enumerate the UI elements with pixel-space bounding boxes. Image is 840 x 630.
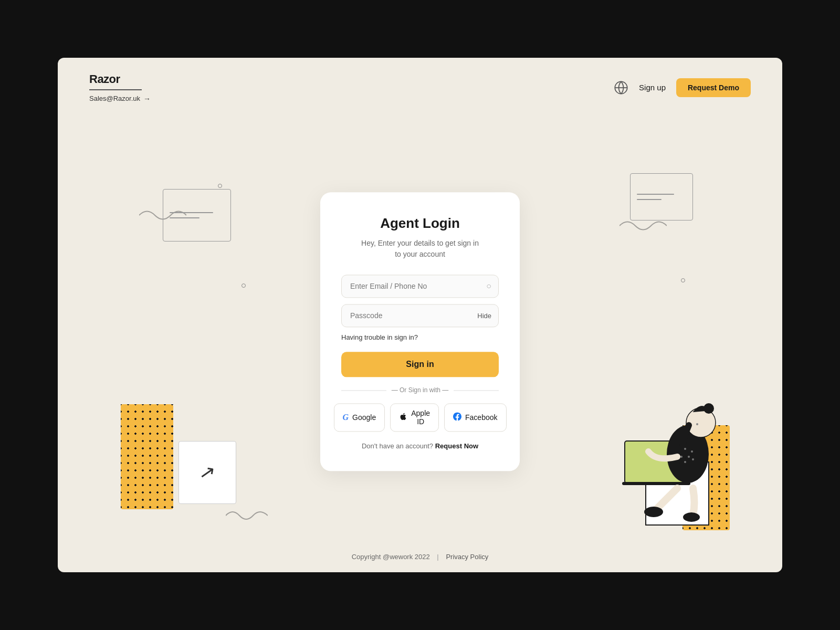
svg-point-8: [644, 507, 663, 517]
circle-deco-3: [681, 278, 685, 282]
circle-deco-2: [242, 284, 246, 288]
divider-text: — Or Sign in with —: [392, 386, 449, 394]
apple-icon: [399, 412, 407, 423]
sales-link[interactable]: Sales@Razor.uk →: [89, 94, 151, 103]
logo-divider: [89, 89, 142, 90]
register-link[interactable]: Request Now: [435, 442, 478, 450]
person-illustration: [604, 352, 751, 530]
trouble-link[interactable]: Having trouble in sign in?: [341, 333, 499, 341]
footer: Copyright @wework 2022 | Privacy Policy: [58, 553, 782, 561]
email-input[interactable]: [341, 275, 499, 298]
facebook-icon: [453, 412, 461, 423]
logo-area: Razor Sales@Razor.uk →: [89, 72, 151, 103]
svg-point-4: [667, 425, 709, 483]
sales-email: Sales@Razor.uk: [89, 94, 140, 102]
svg-point-5: [686, 408, 716, 437]
login-card: Agent Login Hey, Enter your details to g…: [320, 192, 520, 471]
facebook-label: Facebook: [465, 413, 497, 422]
svg-point-9: [683, 512, 700, 522]
svg-point-10: [684, 448, 686, 450]
squiggle-bottom-left: [226, 506, 268, 525]
social-buttons: G Google Apple ID Facebook: [341, 403, 499, 432]
sales-arrow-icon: →: [143, 94, 151, 103]
passcode-input-wrapper: Hide: [341, 304, 499, 327]
privacy-policy-link[interactable]: Privacy Policy: [446, 553, 488, 561]
footer-divider: |: [437, 553, 438, 561]
svg-point-15: [692, 458, 694, 460]
svg-rect-2: [625, 441, 688, 483]
globe-icon[interactable]: [614, 80, 628, 95]
circle-deco-1: [218, 184, 222, 188]
google-signin-button[interactable]: G Google: [334, 403, 385, 432]
email-input-wrapper: ○: [341, 275, 499, 298]
svg-point-6: [704, 403, 714, 414]
arrow-curve-icon: ↗: [198, 460, 217, 485]
logo: Razor: [89, 72, 151, 86]
squiggle-right-top: [620, 215, 667, 236]
header-right: Sign up Request Demo: [614, 78, 751, 97]
apple-signin-button[interactable]: Apple ID: [390, 403, 439, 432]
register-text: Don't have an account? Request Now: [341, 442, 499, 450]
divider-line-right: [454, 390, 499, 391]
passcode-input[interactable]: [341, 304, 499, 327]
main-screen: Razor Sales@Razor.uk → Sign up Request D…: [58, 58, 782, 572]
doc-rect-left: [163, 189, 231, 242]
signin-button[interactable]: Sign in: [341, 352, 499, 377]
polka-rect-right: [682, 425, 730, 530]
svg-point-11: [688, 456, 690, 458]
polka-rect-left: [121, 404, 173, 509]
email-check-icon: ○: [486, 281, 491, 291]
or-divider: — Or Sign in with —: [341, 386, 499, 394]
facebook-signin-button[interactable]: Facebook: [444, 403, 506, 432]
signup-link[interactable]: Sign up: [639, 83, 666, 92]
hide-password-button[interactable]: Hide: [477, 312, 491, 320]
doc-rect-right: [630, 173, 693, 220]
card-title: Agent Login: [341, 215, 499, 232]
svg-point-13: [691, 450, 693, 453]
svg-point-14: [684, 461, 686, 463]
svg-point-7: [696, 423, 698, 425]
request-demo-button[interactable]: Request Demo: [676, 78, 751, 97]
svg-rect-3: [622, 482, 690, 485]
header: Razor Sales@Razor.uk → Sign up Request D…: [58, 58, 782, 103]
apple-label: Apple ID: [411, 409, 430, 426]
google-icon: G: [343, 413, 349, 422]
squiggle-left-top: [139, 205, 186, 226]
google-label: Google: [352, 413, 376, 422]
svg-rect-1: [646, 462, 709, 525]
register-prompt: Don't have an account?: [362, 442, 433, 450]
circle-deco-4: [691, 453, 696, 457]
copyright-text: Copyright @wework 2022: [352, 553, 430, 561]
card-subtitle: Hey, Enter your details to get sign into…: [341, 238, 499, 260]
svg-point-12: [680, 456, 682, 458]
divider-line-left: [341, 390, 386, 391]
arrow-rect: ↗: [178, 441, 236, 504]
